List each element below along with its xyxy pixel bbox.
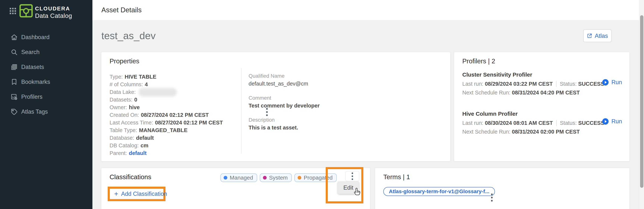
property-row-table-type: Table Type:MANAGED_TABLE <box>110 126 223 134</box>
cloudera-logo <box>20 4 33 18</box>
property-row-created-on: Created On:08/27/2024 02:12 PM CEST <box>110 111 223 119</box>
profiler-next-run-line: Next Schedule Run: 08/31/2024 02:00 PM C… <box>462 129 622 135</box>
edit-menu-item[interactable]: Edit <box>338 182 359 194</box>
page-title: Asset Details <box>101 0 142 20</box>
classifications-kebab-button[interactable] <box>346 171 359 181</box>
qualified-name-value: default.test_as_dev@cm <box>248 81 308 86</box>
brand-product: Data Catalog <box>35 12 72 19</box>
tag-icon <box>10 108 18 116</box>
run-profiler-button[interactable]: Run <box>602 118 622 125</box>
last-run-label: Last run: <box>462 81 483 87</box>
sidebar-item-label: Bookmarks <box>21 78 50 85</box>
profiler-last-run-line: Last run: 08/29/2024 03:22 PM CESTStatus… <box>462 81 622 87</box>
property-label: Owner: <box>110 104 127 110</box>
profiler-name: Hive Column Profiler <box>462 111 622 117</box>
sidebar-item-search[interactable]: Search <box>0 45 92 60</box>
play-circle-icon <box>602 118 609 125</box>
glossary-term-label: Atlas-glossary-term-for-v1@Glossary-f... <box>389 188 489 194</box>
property-label: DB Catalog: <box>110 142 139 149</box>
classification-badge-managed[interactable]: Managed <box>220 174 257 182</box>
property-label: Table Type: <box>110 127 137 133</box>
property-row-data-lake: Data Lake: <box>110 88 223 96</box>
last-run-value: 08/30/2024 08:01 AM CEST <box>485 120 553 126</box>
property-value: MANAGED_TABLE <box>139 127 188 133</box>
detail-label: Description <box>248 117 439 123</box>
run-label: Run <box>612 79 622 86</box>
property-row-parent: Parent:default <box>110 150 223 157</box>
property-label: Last Access Time: <box>110 120 153 126</box>
sidebar-item-label: Search <box>21 49 40 56</box>
brand-row: CLOUDERA Data Catalog <box>0 0 92 24</box>
classification-badge-system[interactable]: System <box>260 174 292 182</box>
classifications-card: Classifications Managed System Propagate… <box>101 168 370 209</box>
description-value: This is a test asset. <box>248 124 298 130</box>
property-row-type: Type:HIVE TABLE <box>110 73 223 81</box>
next-run-label: Next Schedule Run: <box>462 90 510 96</box>
property-value: default <box>136 135 154 141</box>
add-classification-button[interactable]: + Add Classification <box>114 190 167 198</box>
comment-value: Test comment by developer <box>248 103 320 108</box>
badge-dot <box>224 176 227 180</box>
sidebar-item-atlas-tags[interactable]: Atlas Tags <box>0 104 92 119</box>
run-profiler-button[interactable]: Run <box>602 79 622 86</box>
sidebar-nav: Dashboard Search Datasets Bookmarks Prof… <box>0 30 92 119</box>
brand-name: CLOUDERA <box>35 6 72 12</box>
property-row-database: Database:default <box>110 134 223 142</box>
description-group: Description This is a test asset. <box>248 117 439 131</box>
property-label: Created On: <box>110 112 139 118</box>
meta-separator <box>556 81 556 87</box>
sidebar-item-label: Profilers <box>21 94 42 100</box>
properties-divider <box>241 68 242 154</box>
sidebar-item-bookmarks[interactable]: Bookmarks <box>0 74 92 90</box>
property-label: # of Columns: <box>110 82 143 88</box>
next-run-label: Next Schedule Run: <box>462 129 510 135</box>
next-run-value: 08/31/2024 04:20 PM CEST <box>512 90 580 96</box>
property-value: 08/27/2024 02:12 PM CEST <box>155 120 223 126</box>
meta-separator <box>556 120 556 126</box>
detail-label: Qualified Name <box>248 73 439 79</box>
play-circle-icon <box>602 79 609 86</box>
app-switcher-icon[interactable] <box>10 8 16 14</box>
property-row-owner: Owner:hive <box>110 104 223 111</box>
scrollbar-thumb[interactable] <box>640 15 644 188</box>
atlas-button[interactable]: Atlas <box>583 30 612 42</box>
profilers-heading: Profilers | 2 <box>462 57 495 65</box>
sidebar-item-datasets[interactable]: Datasets <box>0 60 92 74</box>
properties-list: Type:HIVE TABLE # of Columns:4 Data Lake… <box>110 73 223 157</box>
badge-dot <box>263 176 267 180</box>
properties-card: Properties Type:HIVE TABLE # of Columns:… <box>101 52 450 161</box>
comment-group: Comment Test comment by developer <box>248 95 439 109</box>
page-header: Asset Details <box>92 0 644 20</box>
edit-menu-label: Edit <box>344 184 353 191</box>
property-value: HIVE TABLE <box>125 74 156 80</box>
datasets-icon <box>10 63 18 71</box>
property-value: 08/27/2024 02:12 PM CEST <box>141 112 209 118</box>
profilers-card: Profilers | 2 Cluster Sensitivity Profil… <box>454 52 630 161</box>
status-value: SUCCESS <box>578 120 604 126</box>
profiler-name: Cluster Sensitivity Profiler <box>462 72 622 78</box>
sidebar-item-label: Datasets <box>21 64 44 70</box>
sidebar-item-label: Dashboard <box>21 34 50 40</box>
annotation-highlight-kebab: Edit <box>326 167 363 204</box>
glossary-term-chip[interactable]: Atlas-glossary-term-for-v1@Glossary-f... <box>383 187 495 196</box>
badge-label: Managed <box>230 174 253 181</box>
bookmark-icon <box>10 78 18 86</box>
property-value: 4 <box>145 82 148 88</box>
parent-link[interactable]: default <box>129 150 147 156</box>
qualified-name-group: Qualified Name default.test_as_dev@cm <box>248 73 439 87</box>
property-row-db-catalog: DB Catalog:cm <box>110 142 223 150</box>
profiler-last-run-line: Last run: 08/30/2024 08:01 AM CESTStatus… <box>462 120 622 126</box>
brand-text: CLOUDERA Data Catalog <box>35 6 72 19</box>
sidebar-item-label: Atlas Tags <box>21 108 48 115</box>
sidebar-item-profilers[interactable]: Profilers <box>0 90 92 104</box>
status-label: Status: <box>560 81 576 87</box>
sidebar-item-dashboard[interactable]: Dashboard <box>0 30 92 45</box>
property-row-last-access: Last Access Time:08/27/2024 02:12 PM CES… <box>110 119 223 126</box>
property-label: Parent: <box>110 150 127 156</box>
classifications-heading: Classifications <box>110 173 151 181</box>
sidebar: CLOUDERA Data Catalog Dashboard Search D… <box>0 0 92 209</box>
property-value: cm <box>140 142 148 149</box>
add-classification-label: Add Classification <box>121 190 167 197</box>
status-label: Status: <box>560 120 577 126</box>
property-label: Data Lake: <box>110 89 136 95</box>
